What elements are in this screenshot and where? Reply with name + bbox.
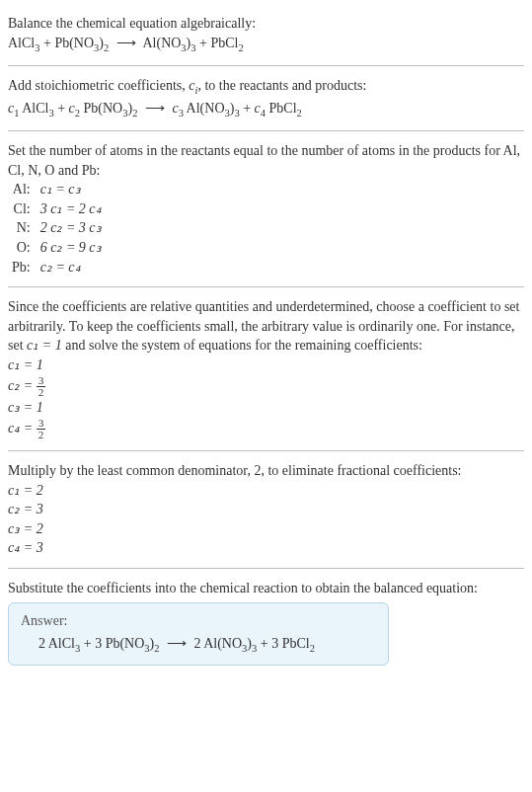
divider xyxy=(8,568,524,569)
plus: + xyxy=(243,101,254,116)
equation-plain: AlCl3 + Pb(NO3)2 ⟶ Al(NO3)3 + PbCl2 xyxy=(8,34,524,55)
el-label: N: xyxy=(8,218,37,238)
frac-num: 3 xyxy=(37,418,46,430)
atom-equations-table: Al:c₁ = c₃ Cl:3 c₁ = 2 c₄ N:2 c₂ = 3 c₃ … xyxy=(8,180,106,277)
sub: 2 xyxy=(310,643,315,654)
frac-den: 2 xyxy=(37,430,46,440)
sub: 3 xyxy=(35,41,39,52)
fraction: 32 xyxy=(37,418,46,440)
r1: AlCl xyxy=(22,101,48,116)
plus: + xyxy=(84,636,95,651)
sub: 3 xyxy=(234,107,239,118)
set-atoms-text: Set the number of atoms in the reactants… xyxy=(8,141,524,180)
arrow-icon: ⟶ xyxy=(163,636,190,651)
lhs: c₂ = xyxy=(8,378,37,393)
result-line: c₄ = 32 xyxy=(8,418,524,440)
answer-equation: 2 AlCl3 + 3 Pb(NO3)2 ⟶ 2 Al(NO3)3 + 3 Pb… xyxy=(21,634,376,656)
table-row: Al:c₁ = c₃ xyxy=(8,180,106,199)
p1a: Al(NO xyxy=(187,101,225,116)
arrow-icon: ⟶ xyxy=(141,101,169,116)
divider xyxy=(8,450,524,451)
c2s: 2 xyxy=(75,107,80,118)
lhs: c₄ = xyxy=(8,421,37,436)
sub: 2 xyxy=(154,643,159,654)
table-row: Cl:3 c₁ = 2 c₄ xyxy=(8,199,106,219)
c3s: 3 xyxy=(179,107,184,118)
set-c1: c₁ = 1 xyxy=(27,338,62,353)
answer-title: Answer: xyxy=(21,611,376,631)
el-eq: 6 c₂ = 9 c₃ xyxy=(37,238,106,258)
frac-den: 2 xyxy=(37,387,46,398)
balance-text: Balance the chemical equation algebraica… xyxy=(8,14,524,34)
section-multiply: Multiply by the least common denominator… xyxy=(8,455,524,564)
result-line: c₂ = 32 xyxy=(8,375,524,398)
frac-num: 3 xyxy=(37,375,46,387)
p2: PbCl xyxy=(269,101,297,116)
el-label: Al: xyxy=(8,180,37,199)
text-b: , to the reactants and products: xyxy=(197,78,366,93)
r1: AlCl xyxy=(48,636,75,651)
p1a: Al(NO xyxy=(203,636,242,651)
sub: 3 xyxy=(190,41,195,52)
arrow-icon: ⟶ xyxy=(113,36,140,50)
section-atoms: Set the number of atoms in the reactants… xyxy=(8,135,524,282)
sub: 2 xyxy=(297,107,302,118)
r2a: Pb(NO xyxy=(84,101,123,116)
result-line: c₄ = 3 xyxy=(8,538,524,558)
coef: 2 xyxy=(38,636,48,651)
coef: 2 xyxy=(193,636,203,651)
product-1a: Al(NO xyxy=(142,36,181,50)
sub: 3 xyxy=(252,643,257,654)
divider xyxy=(8,286,524,287)
section-balance: Balance the chemical equation algebraica… xyxy=(8,8,524,61)
el-eq: 3 c₁ = 2 c₄ xyxy=(37,199,106,219)
sub: 3 xyxy=(75,643,80,654)
r2a: Pb(NO xyxy=(106,636,145,651)
plus: + xyxy=(199,36,210,50)
c4s: 4 xyxy=(261,107,266,118)
el-label: O: xyxy=(8,238,37,258)
table-row: O:6 c₂ = 9 c₃ xyxy=(8,238,106,258)
p2: PbCl xyxy=(282,636,310,651)
since-text: Since the coefficients are relative quan… xyxy=(8,297,524,356)
sub: 2 xyxy=(132,107,137,118)
result-line: c₁ = 1 xyxy=(8,356,524,375)
divider xyxy=(8,65,524,66)
product-2: PbCl xyxy=(210,36,238,50)
c1s: 1 xyxy=(14,107,19,118)
el-label: Pb: xyxy=(8,258,37,277)
sub: 2 xyxy=(104,41,109,52)
section-since: Since the coefficients are relative quan… xyxy=(8,291,524,446)
el-label: Cl: xyxy=(8,199,37,219)
substitute-text: Substitute the coefficients into the che… xyxy=(8,579,524,598)
add-coeff-text: Add stoichiometric coefficients, ci, to … xyxy=(8,76,524,98)
coef: 3 xyxy=(95,636,106,651)
table-row: Pb:c₂ = c₄ xyxy=(8,258,106,277)
text-a: Add stoichiometric coefficients, xyxy=(8,78,189,93)
result-line: c₂ = 3 xyxy=(8,500,524,519)
el-eq: c₂ = c₄ xyxy=(37,258,106,277)
result-line: c₃ = 2 xyxy=(8,519,524,539)
fraction: 32 xyxy=(37,375,46,398)
section-add-coeff: Add stoichiometric coefficients, ci, to … xyxy=(8,70,524,126)
plus: + xyxy=(261,636,271,651)
plus: + xyxy=(57,101,68,116)
reactant-2a: Pb(NO xyxy=(54,36,94,50)
equation-with-c: c1 AlCl3 + c2 Pb(NO3)2 ⟶ c3 Al(NO3)3 + c… xyxy=(8,99,524,120)
reactant-1: AlCl xyxy=(8,36,35,50)
el-eq: 2 c₂ = 3 c₃ xyxy=(37,218,106,238)
plus: + xyxy=(43,36,54,50)
answer-box: Answer: 2 AlCl3 + 3 Pb(NO3)2 ⟶ 2 Al(NO3)… xyxy=(8,602,389,666)
sub: 3 xyxy=(48,107,53,118)
result-line: c₁ = 2 xyxy=(8,481,524,501)
result-line: c₃ = 1 xyxy=(8,398,524,418)
el-eq: c₁ = c₃ xyxy=(37,180,106,199)
sub: 2 xyxy=(238,41,243,52)
table-row: N:2 c₂ = 3 c₃ xyxy=(8,218,106,238)
section-substitute: Substitute the coefficients into the che… xyxy=(8,573,524,672)
divider xyxy=(8,130,524,131)
coef: 3 xyxy=(271,636,282,651)
text-b: and solve the system of equations for th… xyxy=(62,338,422,353)
multiply-text: Multiply by the least common denominator… xyxy=(8,461,524,481)
